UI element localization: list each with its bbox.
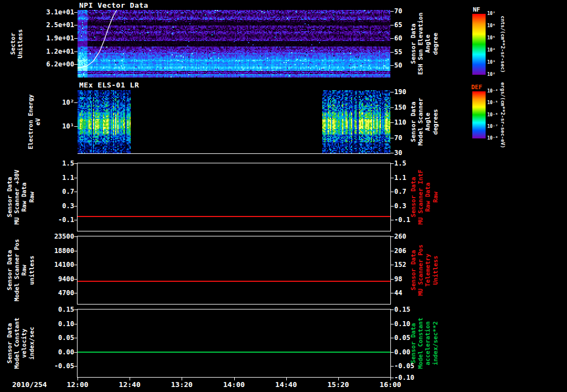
axis-tick-mark	[390, 107, 394, 108]
data-line-mu-scanner-raw	[78, 216, 390, 217]
sector-axis-label: Sector Unitless	[9, 29, 24, 59]
x-axis-tick-label: 13:20	[165, 380, 198, 389]
x-axis-tick-mark	[78, 378, 78, 380]
colorbar-tick-label: 10⁴	[487, 48, 495, 53]
axis-tick-mark	[74, 293, 78, 293]
axis-tick-mark	[74, 338, 78, 338]
colorbar-tick-label: 10⁻⁵	[487, 100, 498, 106]
axis-tick-mark	[74, 178, 78, 178]
axis-tick-label: 1.5	[38, 159, 74, 167]
axis-tick-mark	[390, 65, 394, 66]
axis-tick-mark	[74, 310, 78, 310]
axis-tick-mark	[390, 310, 394, 310]
axis-tick-label: 44	[394, 289, 427, 297]
x-axis-tick-label: 12:40	[113, 380, 146, 389]
axis-tick-label: 1.1	[394, 174, 427, 182]
axis-tick-label: 0.3	[38, 202, 74, 210]
axis-tick-label: 190	[394, 88, 427, 96]
axis-tick-mark	[390, 220, 394, 220]
x-axis-tick-label: 16:00	[374, 380, 407, 389]
axis-tick-label: 1.1	[38, 174, 74, 182]
colorbar-tick-label: 10⁵	[487, 35, 495, 41]
axis-tick-mark	[390, 366, 394, 367]
mu-scanner-raw-axis-label: Sensor Data MU Scanner +30V Raw Data Raw	[6, 169, 35, 224]
axis-tick-label: 0.15	[38, 306, 74, 313]
axis-tick-mark	[390, 206, 394, 207]
axis-tick-mark	[390, 25, 394, 25]
axis-tick-label: 9400	[38, 275, 74, 283]
def-colorbar-title: DEF	[471, 84, 482, 91]
colorbar-tick-label: 10⁻⁶	[487, 112, 498, 118]
els-bottom-axis-line	[78, 153, 390, 154]
colorbar-tick-label: 10⁷	[487, 11, 495, 17]
nf-colorbar-title: NF	[473, 6, 480, 13]
panel-frame	[77, 236, 391, 305]
colorbar-tick-label: 10³	[487, 60, 495, 65]
axis-tick-label: 0.05	[394, 334, 427, 342]
axis-tick-mark	[74, 279, 78, 280]
axis-tick-label: 60	[394, 34, 427, 42]
colorbar-tick-label: 10⁻⁴	[487, 89, 498, 94]
axis-tick-mark	[390, 338, 394, 338]
axis-tick-label: 6.2e+00	[38, 60, 74, 68]
axis-tick-mark	[390, 122, 394, 123]
npi-panel-title: NPI Vector Data	[79, 1, 148, 9]
data-line-model-constant-velocity	[78, 352, 390, 353]
nf-colorbar-units: cnts/(cm**2-sr-sec)	[500, 16, 506, 73]
axis-tick-mark	[74, 126, 78, 127]
axis-tick-label: 0.7	[38, 188, 74, 195]
x-axis-tick-mark	[182, 378, 182, 380]
axis-tick-mark	[390, 293, 394, 293]
axis-tick-mark	[390, 163, 394, 164]
axis-tick-mark	[390, 92, 394, 92]
axis-tick-label: 98	[394, 275, 427, 283]
axis-tick-mark	[74, 102, 78, 103]
axis-tick-mark	[390, 11, 394, 12]
axis-tick-label: 50	[394, 61, 427, 69]
axis-tick-label: 14100	[38, 261, 74, 269]
axis-tick-label: 0.15	[394, 306, 427, 313]
els-spectrogram	[78, 90, 390, 153]
axis-tick-label: 1.5	[394, 159, 427, 167]
axis-tick-label: 0.00	[394, 348, 427, 356]
axis-tick-mark	[74, 64, 78, 65]
axis-tick-label: 10²	[38, 99, 74, 106]
axis-tick-mark	[74, 220, 78, 220]
axis-tick-label: 70	[394, 7, 427, 15]
colorbar-tick-label: 10²	[487, 72, 495, 78]
axis-tick-label: 55	[394, 48, 427, 56]
axis-tick-mark	[390, 138, 394, 138]
axis-tick-label: 70	[394, 134, 427, 142]
axis-tick-mark	[74, 251, 78, 251]
npi-spectrogram	[78, 10, 390, 78]
x-axis-tick-label: 14:40	[270, 380, 303, 389]
axis-tick-label: 0.10	[38, 320, 74, 328]
colorbar-tick-label: 10⁶	[487, 23, 495, 29]
x-axis-tick-label: 15:20	[322, 380, 355, 389]
axis-tick-mark	[74, 38, 78, 39]
axis-tick-mark	[74, 324, 78, 324]
panel-frame	[77, 163, 391, 231]
colorbar-tick-label: 10⁻⁸	[487, 136, 498, 141]
x-axis-tick-mark	[286, 378, 287, 380]
axis-tick-mark	[74, 366, 78, 367]
axis-tick-label: 30	[394, 149, 427, 157]
plot-page: NPI Vector Data MEx ELS-01 LR Sector Uni…	[0, 0, 567, 392]
data-line-model-scanner-pos	[78, 281, 390, 282]
axis-tick-label: 152	[394, 261, 427, 269]
axis-tick-label: 0.00	[38, 348, 74, 356]
axis-tick-label: 23500	[38, 233, 74, 240]
axis-tick-mark	[390, 265, 394, 265]
colorbar-tick-label: 10⁻⁷	[487, 124, 498, 130]
panel-frame	[77, 309, 391, 378]
x-axis-tick-mark	[234, 378, 235, 380]
axis-tick-mark	[390, 52, 394, 53]
axis-tick-label: 0.10	[394, 320, 427, 328]
axis-tick-label: 150	[394, 104, 427, 111]
axis-tick-label: 206	[394, 247, 427, 255]
x-axis-date-label: 2010/254	[12, 380, 47, 389]
axis-tick-mark	[74, 12, 78, 13]
axis-tick-mark	[74, 206, 78, 207]
axis-tick-label: 1.9e+01	[38, 34, 74, 42]
axis-tick-label: 110	[394, 118, 427, 126]
